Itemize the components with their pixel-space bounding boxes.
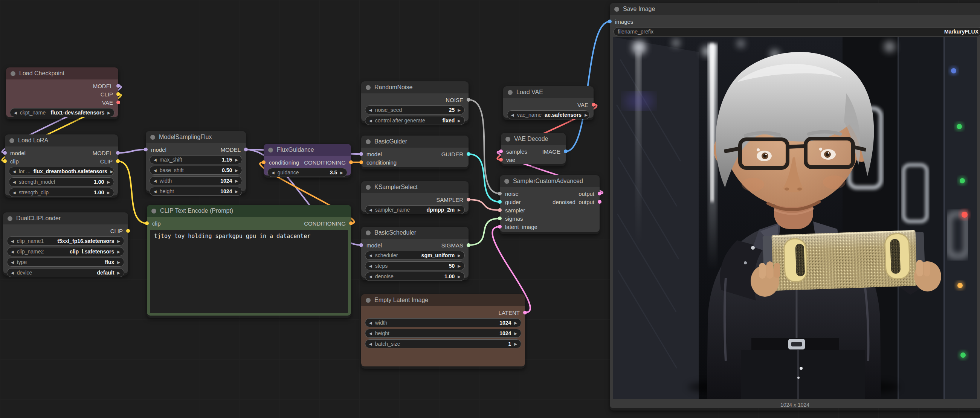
left-arrow-icon[interactable]: ◀ — [154, 158, 157, 162]
input-port-model[interactable]: model — [361, 242, 382, 248]
node-title-bar[interactable]: RandomNoise — [361, 81, 469, 94]
vae-port-dot[interactable] — [592, 103, 595, 106]
left-arrow-icon[interactable]: ◀ — [11, 250, 14, 254]
widget-sampler-name[interactable]: ◀sampler_namedpmpp_2m▶ — [365, 205, 465, 214]
output-port-vae[interactable]: VAE — [578, 102, 593, 108]
collapse-dot-icon[interactable] — [504, 179, 509, 184]
node-title-bar[interactable]: Empty Latent Image — [361, 294, 525, 306]
sampler-port-dot[interactable] — [498, 208, 502, 212]
model-port-dot[interactable] — [3, 151, 7, 155]
node-title-bar[interactable]: Load VAE — [503, 86, 593, 98]
collapse-dot-icon[interactable] — [8, 216, 13, 221]
output-port-clip[interactable]: CLIP — [110, 228, 128, 234]
conditioning-port-dot[interactable] — [349, 221, 353, 225]
node-sampler-custom-advanced[interactable]: SamplerCustomAdvanced noise output guide… — [500, 175, 600, 234]
right-arrow-icon[interactable]: ▶ — [235, 158, 238, 162]
right-arrow-icon[interactable]: ▶ — [235, 168, 238, 172]
left-arrow-icon[interactable]: ◀ — [154, 168, 157, 172]
right-arrow-icon[interactable]: ▶ — [514, 321, 517, 325]
node-ksampler-select[interactable]: KSamplerSelect SAMPLER ◀sampler_namedpmp… — [361, 181, 469, 214]
collapse-dot-icon[interactable] — [366, 298, 371, 303]
left-arrow-icon[interactable]: ◀ — [369, 108, 372, 112]
node-title-bar[interactable]: KSamplerSelect — [361, 181, 469, 193]
output-port-conditioning[interactable]: CONDITIONING — [304, 159, 351, 166]
widget-steps[interactable]: ◀steps50▶ — [365, 261, 465, 270]
node-load-lora[interactable]: Load LoRA model MODEL clip CLIP ◀lor ...… — [5, 134, 118, 198]
sigmas-port-dot[interactable] — [467, 243, 471, 247]
left-arrow-icon[interactable]: ◀ — [369, 208, 372, 212]
collapse-dot-icon[interactable] — [508, 90, 512, 95]
node-basic-guider[interactable]: BasicGuider model GUIDER conditioning — [361, 135, 469, 170]
noise-port-dot[interactable] — [498, 192, 502, 195]
node-clip-text-encode[interactable]: CLIP Text Encode (Prompt) clip CONDITION… — [147, 205, 351, 318]
right-arrow-icon[interactable]: ▶ — [458, 119, 461, 123]
right-arrow-icon[interactable]: ▶ — [458, 108, 461, 112]
left-arrow-icon[interactable]: ◀ — [369, 119, 372, 123]
input-port-latent-image[interactable]: latent_image — [500, 224, 538, 230]
widget-base-shift[interactable]: ◀base_shift0.50▶ — [150, 166, 242, 175]
collapse-dot-icon[interactable] — [506, 137, 510, 141]
widget-width[interactable]: ◀width1024▶ — [365, 318, 521, 327]
input-port-sigmas[interactable]: sigmas — [500, 215, 523, 222]
right-arrow-icon[interactable]: ▶ — [514, 331, 517, 335]
left-arrow-icon[interactable]: ◀ — [511, 113, 514, 117]
input-port-model[interactable]: model — [361, 151, 382, 157]
clip-port-dot[interactable] — [116, 92, 120, 96]
node-flux-guidance[interactable]: FluxGuidance conditioning CONDITIONING ◀… — [264, 144, 351, 178]
collapse-dot-icon[interactable] — [268, 148, 273, 153]
conditioning-port-dot[interactable] — [359, 161, 363, 164]
widget-width[interactable]: ◀width1024▶ — [150, 176, 242, 185]
node-model-sampling-flux[interactable]: ModelSamplingFlux model MODEL ◀max_shift… — [146, 131, 246, 194]
output-port-vae[interactable]: VAE — [102, 99, 118, 106]
widget-batch-size[interactable]: ◀batch_size1▶ — [365, 339, 521, 348]
input-port-guider[interactable]: guider — [500, 199, 521, 205]
right-arrow-icon[interactable]: ▶ — [107, 191, 110, 195]
widget-clip-name2[interactable]: ◀clip_name2clip_l.safetensors▶ — [7, 247, 124, 256]
widget-ckpt-name[interactable]: ◀ckpt_nameflux1-dev.safetensors▶ — [10, 108, 115, 117]
widget-noise-seed[interactable]: ◀noise_seed25▶ — [365, 105, 465, 114]
node-title-bar[interactable]: CLIP Text Encode (Prompt) — [147, 205, 351, 217]
node-graph-canvas[interactable]: Load Checkpoint MODEL CLIP VAE ◀ckpt_nam… — [0, 0, 980, 418]
left-arrow-icon[interactable]: ◀ — [369, 253, 372, 257]
node-title-bar[interactable]: BasicScheduler — [361, 227, 469, 239]
widget-device[interactable]: ◀devicedefault▶ — [7, 268, 124, 277]
input-port-model[interactable]: model — [146, 146, 167, 153]
clip-port-dot[interactable] — [116, 159, 120, 163]
right-arrow-icon[interactable]: ▶ — [117, 260, 120, 264]
left-arrow-icon[interactable]: ◀ — [11, 271, 14, 275]
input-port-conditioning[interactable]: conditioning — [361, 159, 396, 166]
widget-type[interactable]: ◀typeflux▶ — [7, 257, 124, 267]
node-load-checkpoint[interactable]: Load Checkpoint MODEL CLIP VAE ◀ckpt_nam… — [6, 67, 118, 119]
left-arrow-icon[interactable]: ◀ — [369, 264, 372, 268]
node-dual-clip-loader[interactable]: DualCLIPLoader CLIP ◀clip_name1t5xxl_fp1… — [3, 212, 128, 276]
widget-strength-clip[interactable]: ◀strength_clip1.00▶ — [9, 188, 114, 197]
input-port-clip[interactable]: clip — [5, 158, 19, 165]
model-port-dot[interactable] — [144, 148, 148, 151]
clip-port-dot[interactable] — [145, 221, 149, 225]
output-port-clip[interactable]: CLIP — [100, 158, 118, 165]
output-port-conditioning[interactable]: CONDITIONING — [304, 220, 351, 227]
output-port-denoised-output[interactable]: denoised_output — [552, 199, 600, 205]
node-title-bar[interactable]: ModelSamplingFlux — [146, 131, 246, 143]
clip-port-dot[interactable] — [3, 159, 7, 163]
image-port-dot[interactable] — [608, 19, 612, 23]
right-arrow-icon[interactable]: ▶ — [117, 271, 120, 275]
widget-clip-name1[interactable]: ◀clip_name1t5xxl_fp16.safetensors▶ — [7, 237, 124, 246]
widget-vae-name[interactable]: ◀vae_nameae.safetensors▶ — [507, 110, 590, 119]
sampler-port-dot[interactable] — [467, 198, 471, 202]
node-title-bar[interactable]: Load Checkpoint — [6, 67, 118, 79]
node-title-bar[interactable]: Load LoRA — [5, 134, 118, 146]
widget-lora-name[interactable]: ◀lor ...flux_dreambooth.safetensors▶ — [9, 167, 114, 176]
widget-strength-model[interactable]: ◀strength_model1.00▶ — [9, 177, 114, 186]
model-port-dot[interactable] — [244, 148, 248, 151]
output-port-model[interactable]: MODEL — [93, 150, 118, 156]
right-arrow-icon[interactable]: ▶ — [584, 113, 587, 117]
collapse-dot-icon[interactable] — [151, 209, 156, 213]
latent-port-dot[interactable] — [499, 149, 503, 153]
left-arrow-icon[interactable]: ◀ — [154, 179, 157, 183]
right-arrow-icon[interactable]: ▶ — [340, 171, 343, 175]
left-arrow-icon[interactable]: ◀ — [369, 275, 372, 279]
widget-max-shift[interactable]: ◀max_shift1.15▶ — [150, 155, 242, 164]
left-arrow-icon[interactable]: ◀ — [11, 239, 14, 243]
widget-denoise[interactable]: ◀denoise1.00▶ — [365, 272, 465, 281]
